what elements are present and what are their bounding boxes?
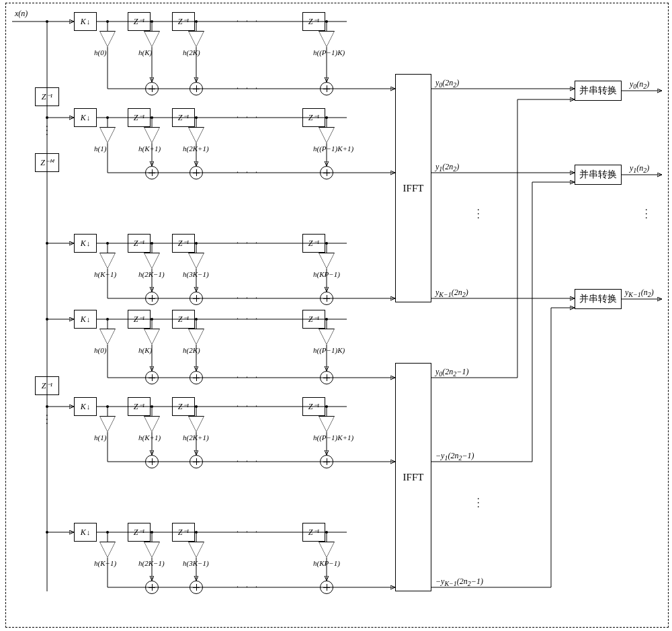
multiplier-triangle [99,329,116,345]
adder-circle [145,371,159,384]
adder-circle [145,82,159,95]
ifft-box-bottom: IFFT [395,363,431,591]
multiplier-triangle [188,416,204,432]
coeff-label: h(2K−1) [138,270,165,278]
ps-converter-k1: 并串转换 [575,289,622,309]
vdots-icon: ··· [46,125,48,137]
coeff-label: h(1) [94,144,106,153]
coeff-label: h(3K−1) [183,270,209,278]
multiplier-triangle [144,127,160,143]
coeff-label: h(2K) [183,346,200,354]
ps-converter-1: 并串转换 [575,165,622,185]
multiplier-triangle [319,31,335,47]
multiplier-triangle [319,542,335,558]
coeff-label: h(1) [94,433,106,441]
coeff-label: h((P−1)K+1) [313,144,353,153]
adder-circle [190,166,203,179]
decimator-box: K [74,12,97,31]
delay-z1-tap: Z⁻¹ [172,397,195,416]
multiplier-triangle [319,416,335,432]
ifft-bot-out-k1: −yK−1(2n2−1) [435,577,483,587]
delay-z1-tap: Z⁻¹ [302,108,325,127]
delay-z1-tap: Z⁻¹ [172,523,195,542]
coeff-label: h(3K−1) [183,559,209,567]
delay-z1-tap: Z⁻¹ [128,234,151,253]
multiplier-triangle [188,127,204,143]
delay-z1-tap: Z⁻¹ [128,397,151,416]
multiplier-triangle [188,253,204,269]
coeff-label: h((P−1)K) [313,48,345,56]
ifft-bot-out-1: −y1(2n2−1) [435,451,474,462]
decimator-box: K [74,310,97,329]
adder-circle [320,292,333,305]
adder-circle [320,455,333,468]
coeff-label: h(KP−1) [313,559,340,567]
multiplier-triangle [319,329,335,345]
hdots-icon: · · · [237,83,260,93]
adder-circle [145,455,159,468]
delay-z1-tap: Z⁻¹ [128,310,151,329]
hdots-icon: · · · [237,372,260,382]
hdots-icon: · · · [237,456,260,466]
output-label-0: y0(n2) [630,79,649,90]
hdots-icon: · · · [237,238,260,248]
output-label-k1: yK−1(n2) [625,288,654,298]
hdots-icon: · · · [237,167,260,177]
adder-circle [320,581,333,594]
adder-circle [320,166,333,179]
coeff-label: h(K−1) [94,559,116,567]
adder-circle [190,82,203,95]
coeff-label: h(K−1) [94,270,116,278]
multiplier-triangle [99,416,116,432]
ifft-top-out-0: y0(2n2) [435,78,459,89]
delay-z1-tap: Z⁻¹ [172,12,195,31]
adder-circle [190,455,203,468]
multiplier-triangle [99,127,116,143]
ifft-top-out-k1: yK−1(2n2) [435,288,468,298]
coeff-label: h(0) [94,346,106,354]
outer-dashed-frame [5,3,669,628]
adder-circle [190,371,203,384]
delay-z1-tap: Z⁻¹ [302,397,325,416]
adder-circle [190,292,203,305]
hdots-icon: · · · [237,314,260,324]
multiplier-triangle [99,253,116,269]
delay-z1-tap: Z⁻¹ [302,523,325,542]
multiplier-triangle [319,253,335,269]
coeff-label: h(2K) [183,48,200,56]
multiplier-triangle [188,31,204,47]
coeff-label: h(2K+1) [183,144,209,153]
multiplier-triangle [99,31,116,47]
delay-z1-bot-1: Z⁻¹ [35,376,59,395]
vdots-icon: ··· [477,497,480,509]
coeff-label: h(0) [94,48,106,56]
decimator-box: K [74,108,97,127]
delay-z1-top-1: Z⁻¹ [35,87,59,106]
decimator-box: K [74,523,97,542]
delay-z1-tap: Z⁻¹ [128,523,151,542]
coeff-label: h(K) [138,48,152,56]
decimator-box: K [74,234,97,253]
input-signal-label: x(n) [15,9,28,19]
delay-z1-tap: Z⁻¹ [172,234,195,253]
decimator-box: K [74,397,97,416]
ifft-box-top: IFFT [395,74,431,302]
adder-circle [320,82,333,95]
vdots-icon: ··· [46,414,48,426]
coeff-label: h(2K+1) [183,433,209,441]
multiplier-triangle [144,31,160,47]
multiplier-triangle [144,416,160,432]
coeff-label: h(2K−1) [138,559,165,567]
hdots-icon: · · · [237,527,260,537]
delay-zM-top: Z⁻ᴹ [35,153,59,172]
vdots-icon: ··· [645,208,648,220]
multiplier-triangle [99,542,116,558]
delay-z1-tap: Z⁻¹ [302,234,325,253]
coeff-label: h(K) [138,346,152,354]
delay-z1-tap: Z⁻¹ [302,12,325,31]
hdots-icon: · · · [237,401,260,411]
coeff-label: h(KP−1) [313,270,340,278]
multiplier-triangle [144,542,160,558]
hdots-icon: · · · [237,293,260,303]
multiplier-triangle [144,329,160,345]
